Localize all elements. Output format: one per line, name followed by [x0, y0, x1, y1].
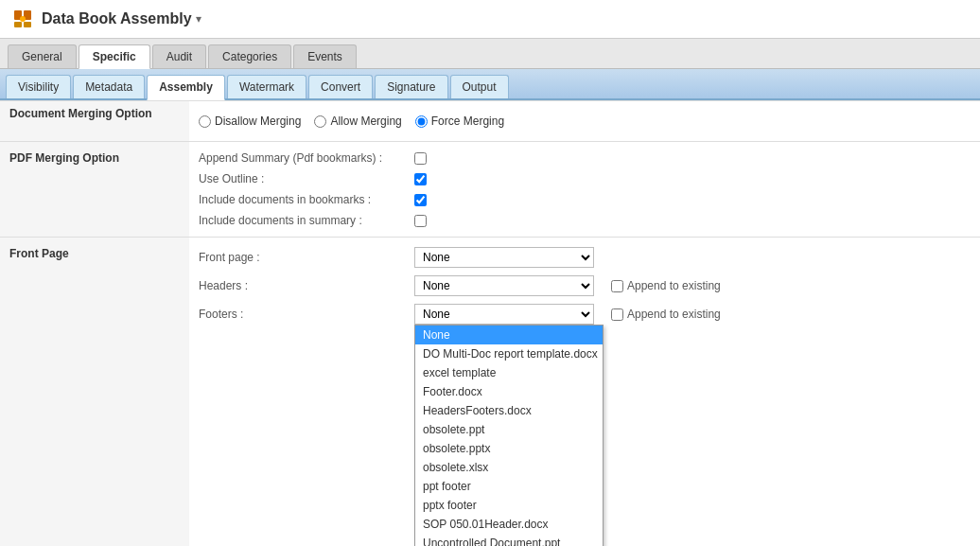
- radio-force-label: Force Merging: [431, 114, 504, 128]
- pdf-include-summary-row: Include documents in summary :: [199, 210, 971, 231]
- front-page-row: Front Page Front page : None Headers : N…: [0, 238, 980, 547]
- footers-select[interactable]: None: [414, 304, 594, 325]
- radio-disallow-input[interactable]: [199, 115, 211, 128]
- pdf-append-summary-checkbox[interactable]: [414, 152, 427, 165]
- pdf-merging-label: PDF Merging Option: [0, 142, 189, 238]
- radio-allow[interactable]: Allow Merging: [314, 114, 401, 128]
- footers-append-text: Append to existing: [627, 308, 721, 321]
- front-page-content: Front page : None Headers : None Append …: [189, 238, 980, 547]
- pdf-append-summary-row: Append Summary (Pdf bookmarks) :: [199, 148, 971, 168]
- form-table: Document Merging Option Disallow Merging…: [0, 100, 980, 546]
- dropdown-item-headersfooters[interactable]: HeadersFooters.docx: [415, 401, 603, 420]
- dropdown-item-obsolete-ppt[interactable]: obsolete.ppt: [415, 420, 603, 439]
- sub-tab-metadata[interactable]: Metadata: [73, 75, 145, 98]
- footers-append-label: Append to existing: [611, 304, 721, 321]
- footers-row: Footers : None None DO Multi-Doc report …: [199, 300, 971, 328]
- footers-dropdown-open[interactable]: None DO Multi-Doc report template.docx e…: [414, 325, 604, 546]
- tab-categories[interactable]: Categories: [208, 44, 291, 68]
- pdf-include-summary-checkbox[interactable]: [414, 215, 427, 227]
- sub-tabs: Visibility Metadata Assembly Watermark C…: [0, 69, 980, 100]
- radio-disallow[interactable]: Disallow Merging: [199, 114, 301, 128]
- headers-row: Headers : None Append to existing: [199, 272, 971, 300]
- dropdown-item-uncontrolled-ppt[interactable]: Uncontrolled Document.ppt: [415, 534, 603, 546]
- dropdown-item-obsolete-xlsx[interactable]: obsolete.xlsx: [415, 458, 603, 477]
- headers-label: Headers :: [199, 279, 407, 292]
- dropdown-item-multi-doc[interactable]: DO Multi-Doc report template.docx: [415, 344, 603, 363]
- app-icon: [11, 8, 34, 30]
- svg-rect-2: [14, 22, 22, 27]
- pdf-include-bookmarks-checkbox[interactable]: [414, 194, 427, 206]
- radio-force[interactable]: Force Merging: [415, 114, 504, 128]
- headers-append-text: Append to existing: [627, 279, 721, 292]
- dropdown-item-excel-template[interactable]: excel template: [415, 363, 603, 382]
- pdf-append-summary-label: Append Summary (Pdf bookmarks) :: [199, 151, 407, 165]
- tab-general[interactable]: General: [8, 44, 77, 68]
- headers-select[interactable]: None: [414, 275, 594, 296]
- pdf-use-outline-row: Use Outline :: [199, 168, 971, 189]
- pdf-merging-content: Append Summary (Pdf bookmarks) : Use Out…: [189, 142, 980, 238]
- tab-events[interactable]: Events: [293, 44, 357, 68]
- pdf-include-bookmarks-label: Include documents in bookmarks :: [199, 193, 407, 206]
- app-header: Data Book Assembly ▾: [0, 0, 980, 39]
- top-tabs: General Specific Audit Categories Events: [0, 39, 980, 69]
- front-page-select-label: Front page :: [199, 251, 407, 264]
- footers-dropdown-container: None None DO Multi-Doc report template.d…: [414, 304, 594, 325]
- radio-force-input[interactable]: [415, 115, 428, 128]
- front-page-section-label: Front Page: [0, 238, 189, 547]
- svg-point-4: [20, 16, 26, 22]
- pdf-merging-row: PDF Merging Option Append Summary (Pdf b…: [0, 142, 980, 238]
- radio-disallow-label: Disallow Merging: [215, 114, 301, 128]
- sub-tab-convert[interactable]: Convert: [308, 75, 373, 98]
- sub-tab-output[interactable]: Output: [450, 75, 509, 98]
- document-merging-content: Disallow Merging Allow Merging Force Mer…: [189, 101, 980, 142]
- pdf-include-summary-label: Include documents in summary :: [199, 214, 407, 227]
- merging-radio-group: Disallow Merging Allow Merging Force Mer…: [199, 107, 971, 135]
- sub-tab-signature[interactable]: Signature: [375, 75, 447, 98]
- tab-specific[interactable]: Specific: [79, 44, 150, 69]
- pdf-include-bookmarks-row: Include documents in bookmarks :: [199, 189, 971, 210]
- front-page-select-row: Front page : None: [199, 243, 971, 272]
- dropdown-item-pptx-footer[interactable]: pptx footer: [415, 496, 603, 515]
- radio-allow-input[interactable]: [314, 115, 326, 128]
- dropdown-item-obsolete-pptx[interactable]: obsolete.pptx: [415, 439, 603, 458]
- tab-audit[interactable]: Audit: [152, 44, 206, 68]
- headers-append-label: Append to existing: [611, 279, 721, 292]
- dropdown-item-none[interactable]: None: [415, 326, 603, 344]
- radio-allow-label: Allow Merging: [330, 114, 401, 128]
- pdf-use-outline-label: Use Outline :: [199, 172, 407, 185]
- document-merging-row: Document Merging Option Disallow Merging…: [0, 101, 980, 142]
- front-page-select[interactable]: None: [414, 247, 594, 268]
- sub-tab-assembly[interactable]: Assembly: [147, 75, 225, 100]
- dropdown-item-ppt-footer[interactable]: ppt footer: [415, 477, 603, 496]
- content-area: Visibility Metadata Assembly Watermark C…: [0, 69, 980, 546]
- title-dropdown-arrow[interactable]: ▾: [196, 12, 201, 26]
- footers-label: Footers :: [199, 304, 407, 321]
- dropdown-item-footer-docx[interactable]: Footer.docx: [415, 382, 603, 401]
- svg-rect-3: [24, 22, 31, 27]
- sub-tab-visibility[interactable]: Visibility: [6, 75, 71, 98]
- footers-append-checkbox[interactable]: [611, 308, 623, 321]
- sub-tab-watermark[interactable]: Watermark: [227, 75, 306, 98]
- page-title: Data Book Assembly: [42, 10, 192, 27]
- headers-append-checkbox[interactable]: [611, 280, 623, 292]
- pdf-use-outline-checkbox[interactable]: [414, 173, 427, 185]
- dropdown-item-sop-header[interactable]: SOP 050.01Header.docx: [415, 515, 603, 534]
- document-merging-label: Document Merging Option: [0, 101, 189, 142]
